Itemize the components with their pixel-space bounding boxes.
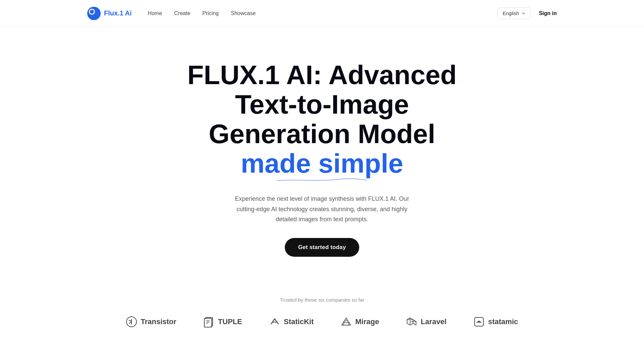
navbar: Flux.1 Ai Home Create Pricing Showcase E… bbox=[0, 0, 644, 27]
transistor-icon bbox=[126, 316, 137, 327]
hero-title: FLUX.1 AI: Advanced Text-to-Image Genera… bbox=[187, 60, 457, 178]
tuple-icon bbox=[203, 316, 215, 327]
company-laravel: Laravel bbox=[406, 316, 446, 327]
company-mirage-label: Mirage bbox=[355, 317, 379, 326]
company-transistor: Transistor bbox=[126, 316, 176, 327]
svg-point-17 bbox=[478, 321, 480, 323]
logo-icon bbox=[87, 7, 101, 20]
hero-title-line2: Text-to-Image bbox=[235, 89, 409, 119]
hero-description: Experience the next level of image synth… bbox=[228, 194, 416, 225]
hero-title-line3: Generation Model bbox=[209, 119, 435, 149]
svg-rect-7 bbox=[204, 318, 212, 327]
company-statickit: StaticKit bbox=[269, 316, 314, 327]
logo-link[interactable]: Flux.1 Ai bbox=[87, 7, 132, 20]
company-statamic-label: statamic bbox=[488, 317, 518, 326]
company-tuple-label: TUPLE bbox=[218, 317, 242, 326]
logo-brand: Flux.1 bbox=[104, 9, 125, 17]
company-statickit-label: StaticKit bbox=[284, 317, 314, 326]
logo-text: Flux.1 Ai bbox=[104, 9, 132, 17]
nav-pricing[interactable]: Pricing bbox=[202, 10, 219, 16]
nav-showcase[interactable]: Showcase bbox=[231, 10, 256, 16]
company-transistor-label: Transistor bbox=[141, 317, 176, 326]
nav-right: English Sign in bbox=[497, 7, 557, 19]
statamic-icon bbox=[473, 316, 485, 327]
chevron-down-icon bbox=[521, 11, 526, 16]
hero-title-highlight: made simple bbox=[241, 149, 404, 178]
hero-section: FLUX.1 AI: Advanced Text-to-Image Genera… bbox=[0, 27, 644, 284]
language-selector[interactable]: English bbox=[497, 7, 531, 19]
language-label: English bbox=[502, 10, 519, 16]
logos-section: Trusted by these six companies so far Tr… bbox=[0, 284, 644, 354]
get-started-button[interactable]: Get started today bbox=[285, 238, 360, 257]
nav-links: Home Create Pricing Showcase bbox=[148, 10, 256, 16]
company-laravel-label: Laravel bbox=[421, 317, 446, 326]
logos-label: Trusted by these six companies so far bbox=[280, 297, 364, 303]
company-tuple: TUPLE bbox=[203, 316, 242, 327]
sign-in-link[interactable]: Sign in bbox=[539, 10, 557, 16]
svg-marker-14 bbox=[343, 320, 350, 325]
nav-home[interactable]: Home bbox=[148, 10, 162, 16]
statickit-icon bbox=[269, 316, 280, 327]
logos-row: Transistor TUPLE StaticKit bbox=[126, 316, 518, 327]
svg-marker-13 bbox=[342, 318, 351, 325]
logo-accent: Ai bbox=[125, 9, 132, 17]
laravel-icon bbox=[406, 316, 417, 327]
company-mirage: Mirage bbox=[340, 316, 379, 327]
mirage-icon bbox=[340, 316, 352, 327]
nav-left: Flux.1 Ai Home Create Pricing Showcase bbox=[87, 7, 256, 20]
nav-create[interactable]: Create bbox=[174, 10, 190, 16]
hero-title-line1: FLUX.1 AI: Advanced bbox=[187, 60, 457, 90]
company-statamic: statamic bbox=[473, 316, 518, 327]
